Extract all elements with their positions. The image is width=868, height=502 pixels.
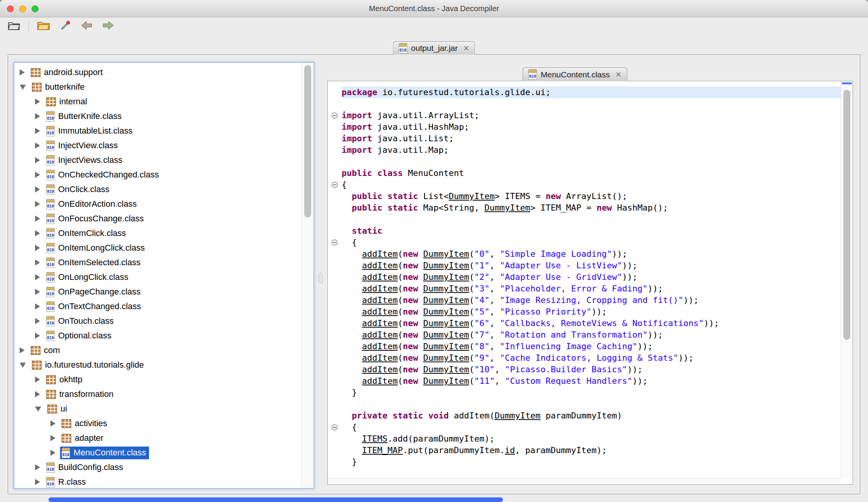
tree-item-body[interactable]: 010Optional.class <box>45 330 114 342</box>
tree-item-body[interactable]: 010ImmutableList.class <box>45 125 136 137</box>
disclosure-collapsed-icon[interactable] <box>35 113 40 119</box>
disclosure-collapsed-icon[interactable] <box>35 128 40 134</box>
code-horizontal-scrollbar[interactable] <box>328 478 841 484</box>
tree-item-optional-class[interactable]: 010Optional.class <box>14 328 302 343</box>
tree-item-body[interactable]: 010InjectView.class <box>45 139 121 152</box>
code-link[interactable]: addItem <box>362 307 398 316</box>
tree-item-body[interactable]: 010OnEditorAction.class <box>45 198 140 211</box>
code-link[interactable]: DummyItem <box>484 203 530 213</box>
tree-item-internal[interactable]: internal <box>14 94 302 109</box>
horizontal-scroll-indicator[interactable] <box>49 497 503 502</box>
code-link[interactable]: DummyItem <box>423 249 469 259</box>
close-window-button[interactable] <box>7 5 14 12</box>
disclosure-collapsed-icon[interactable] <box>35 289 40 295</box>
tree-scrollbar[interactable] <box>302 63 313 488</box>
code-link[interactable]: DummyItem <box>423 318 469 328</box>
disclosure-collapsed-icon[interactable] <box>20 347 25 353</box>
disclosure-collapsed-icon[interactable] <box>50 435 55 441</box>
open-all-button[interactable] <box>37 19 50 33</box>
disclosure-collapsed-icon[interactable] <box>35 230 40 236</box>
tree-item-okhttp[interactable]: okhttp <box>14 372 302 387</box>
tree-item-onitemlongclick-class[interactable]: 010OnItemLongClick.class <box>14 241 302 255</box>
disclosure-expanded-icon[interactable] <box>20 363 26 368</box>
disclosure-collapsed-icon[interactable] <box>35 391 40 397</box>
tree-item-body[interactable]: io.futurestud.tutorials.glide <box>30 359 147 371</box>
tree-item-body[interactable]: 010OnFocusChange.class <box>45 213 147 225</box>
disclosure-collapsed-icon[interactable] <box>35 216 40 222</box>
tab-menucontent-class[interactable]: 010 MenuContent.class ✕ <box>523 67 627 81</box>
tree-item-body[interactable]: internal <box>45 95 90 108</box>
code-link[interactable]: addItem <box>362 365 398 374</box>
disclosure-collapsed-icon[interactable] <box>35 333 40 339</box>
disclosure-expanded-icon[interactable] <box>20 85 26 90</box>
tree-item-body[interactable]: 010R.class <box>45 476 89 489</box>
zoom-window-button[interactable] <box>32 5 39 12</box>
tree-item-body[interactable]: 010OnClick.class <box>45 183 112 196</box>
forward-button[interactable] <box>101 19 115 33</box>
search-button[interactable] <box>58 19 72 33</box>
tree-item-com[interactable]: com <box>14 343 302 358</box>
code-link[interactable]: DummyItem <box>423 272 469 282</box>
tree-item-io-futurestud-tutorials-glide[interactable]: io.futurestud.tutorials.glide <box>14 358 302 372</box>
tree-item-ontextchanged-class[interactable]: 010OnTextChanged.class <box>14 299 302 314</box>
code-link[interactable]: DummyItem <box>423 284 469 293</box>
tree-item-body[interactable]: 010InjectViews.class <box>45 154 126 167</box>
code-scrollbar-thumb[interactable] <box>843 90 850 340</box>
disclosure-collapsed-icon[interactable] <box>35 318 40 324</box>
tree-item-body[interactable]: 010OnTextChanged.class <box>45 300 144 313</box>
code-link[interactable]: addItem <box>362 318 398 328</box>
disclosure-collapsed-icon[interactable] <box>35 186 40 192</box>
tree-item-oncheckedchanged-class[interactable]: 010OnCheckedChanged.class <box>14 167 302 182</box>
code-link[interactable]: ITEM_MAP <box>362 445 403 455</box>
code-link[interactable]: addItem <box>362 341 398 351</box>
tree-item-body[interactable]: adapter <box>60 432 107 444</box>
tree-item-transformation[interactable]: transformation <box>14 387 302 402</box>
code-link[interactable]: DummyItem <box>423 330 469 340</box>
fold-collapse-icon[interactable] <box>328 422 342 433</box>
code-link[interactable]: addItem <box>362 330 398 340</box>
tree-item-onpagechange-class[interactable]: 010OnPageChange.class <box>14 284 302 299</box>
tab-output-jar[interactable]: 010 output_jar.jar ✕ <box>393 41 475 55</box>
code-link[interactable]: id <box>505 445 515 455</box>
disclosure-collapsed-icon[interactable] <box>35 99 40 105</box>
disclosure-collapsed-icon[interactable] <box>35 479 40 485</box>
tree-item-butterknife[interactable]: butterknife <box>14 80 302 94</box>
disclosure-collapsed-icon[interactable] <box>50 420 55 427</box>
tree-item-onitemselected-class[interactable]: 010OnItemSelected.class <box>14 255 302 270</box>
tree-item-onclick-class[interactable]: 010OnClick.class <box>14 182 302 197</box>
tree-item-butterknife-class[interactable]: 010ButterKnife.class <box>14 109 302 124</box>
tree-item-r-class[interactable]: 010R.class <box>14 475 302 488</box>
disclosure-collapsed-icon[interactable] <box>35 142 40 149</box>
tree-item-body[interactable]: butterknife <box>30 81 88 93</box>
code-link[interactable]: addItem <box>362 249 398 259</box>
tree-item-body[interactable]: 010OnTouch.class <box>45 315 117 328</box>
code-link[interactable]: addItem <box>362 272 398 282</box>
disclosure-collapsed-icon[interactable] <box>35 201 40 207</box>
tree-item-body[interactable]: transformation <box>45 388 117 400</box>
tree-item-injectviews-class[interactable]: 010InjectViews.class <box>14 153 302 167</box>
tree-item-immutablelist-class[interactable]: 010ImmutableList.class <box>14 124 302 138</box>
code-link[interactable]: DummyItem <box>423 341 469 351</box>
tree-scrollbar-thumb[interactable] <box>304 65 311 218</box>
disclosure-collapsed-icon[interactable] <box>35 303 40 310</box>
tree-item-body[interactable]: 010OnItemClick.class <box>45 227 129 240</box>
close-icon[interactable]: ✕ <box>463 44 469 53</box>
tree-selection[interactable]: 010MenuContent.class <box>60 447 149 459</box>
code-link[interactable]: DummyItem <box>423 353 469 363</box>
tree-item-onfocuschange-class[interactable]: 010OnFocusChange.class <box>14 211 302 226</box>
code-link[interactable]: addItem <box>362 284 398 293</box>
disclosure-expanded-icon[interactable] <box>35 407 41 412</box>
tree-item-ontouch-class[interactable]: 010OnTouch.class <box>14 314 302 328</box>
tree-item-android-support[interactable]: android.support <box>14 65 302 80</box>
back-button[interactable] <box>80 19 94 33</box>
tree-item-body[interactable]: com <box>29 344 63 356</box>
code-link[interactable]: DummyItem <box>494 411 540 420</box>
disclosure-collapsed-icon[interactable] <box>35 274 40 280</box>
disclosure-collapsed-icon[interactable] <box>35 172 40 178</box>
tree-item-onitemclick-class[interactable]: 010OnItemClick.class <box>14 226 302 241</box>
tree-item-buildconfig-class[interactable]: 010BuildConfig.class <box>14 460 302 475</box>
tree-item-menucontent-class[interactable]: 010MenuContent.class <box>14 445 302 460</box>
disclosure-collapsed-icon[interactable] <box>35 157 40 163</box>
code-link[interactable]: addItem <box>362 261 398 270</box>
code-vertical-scrollbar[interactable] <box>841 81 853 478</box>
